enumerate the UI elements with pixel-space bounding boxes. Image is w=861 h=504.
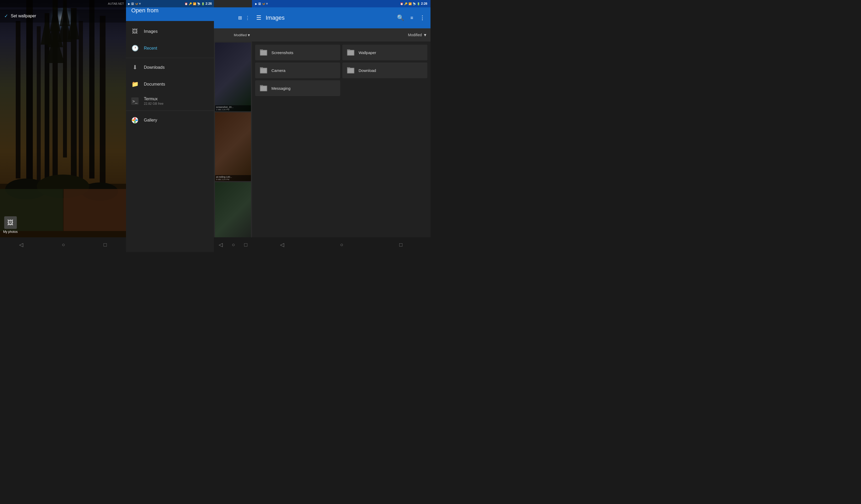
- folder-wallpaper[interactable]: Wallpaper: [342, 45, 427, 60]
- svg-rect-11: [100, 16, 106, 184]
- my-photos-icon: 🖼: [4, 216, 17, 229]
- panel2-nav-bar: ◁ ○ □: [214, 237, 252, 252]
- panel1-nav-bar: ◁ ○ □: [0, 237, 126, 252]
- folder-camera[interactable]: Camera: [255, 63, 340, 78]
- p3-v-icon: V: [266, 2, 268, 5]
- folder-icon-camera: [259, 66, 268, 74]
- p3-status-time: 2:26: [421, 2, 427, 5]
- folder-icon-messaging: [259, 84, 268, 92]
- drawer-item-images-label: Images: [144, 29, 158, 34]
- home-button-p1[interactable]: ○: [62, 242, 65, 248]
- folder-icon-drawer: 📁: [131, 81, 139, 88]
- home-button-p2[interactable]: ○: [232, 242, 235, 248]
- svg-rect-40: [260, 85, 263, 86]
- svg-rect-39: [260, 86, 267, 91]
- folder-screenshots[interactable]: Screenshots: [255, 45, 340, 60]
- svg-rect-9: [89, 0, 95, 178]
- drawer-item-recent-label: Recent: [144, 46, 157, 51]
- drawer-menu: 🖼 Images 🕐 Recent ⬇ Downloads 📁 Document…: [126, 21, 214, 252]
- more-icon-bg: ⋮: [245, 15, 250, 21]
- folder-name-screenshots: Screenshots: [271, 51, 293, 55]
- thumb-info-1: 1 MB 2:26 PM: [216, 108, 250, 111]
- battery-icon: 🔋: [201, 2, 204, 5]
- open-from-drawer: ▶ 🖼 🦋 V ⏰ 🔑 📶 📡 🔋 2:26 Open from 🖼: [126, 0, 214, 252]
- folder-name-wallpaper: Wallpaper: [358, 51, 376, 55]
- status-time-p2: 2:26: [206, 2, 212, 5]
- panel3-status-left: ▶ 🖼 🦋 V: [255, 2, 268, 5]
- p3-media-icon: ▶: [255, 2, 257, 5]
- folder-name-download: Download: [358, 68, 376, 73]
- svg-rect-36: [347, 68, 354, 73]
- folder-icon-screenshots: [259, 48, 268, 57]
- svg-rect-37: [347, 67, 350, 68]
- drawer-item-gallery-label: Gallery: [144, 118, 157, 123]
- set-wallpaper-button[interactable]: ✓ Set wallpaper: [0, 10, 126, 23]
- svg-rect-10: [16, 21, 20, 178]
- drawer-item-recent[interactable]: 🕐 Recent: [126, 40, 214, 57]
- chevron-down-icon-p3[interactable]: ▾: [424, 32, 426, 38]
- drawer-divider-2: [126, 110, 214, 111]
- drawer-background-content: ⊞ ⋮ Modified ▾ screenshot_20... 1 MB 2:2…: [214, 0, 252, 252]
- svg-rect-33: [260, 68, 267, 73]
- search-icon[interactable]: 🔍: [396, 13, 405, 22]
- bg-thumbnail-1: screenshot_20... 1 MB 2:26 PM: [215, 42, 251, 111]
- thumb-name-2: at-reding-140...: [216, 176, 250, 178]
- images-sort-bar: Modified ▾: [252, 28, 430, 41]
- drawer-item-documents[interactable]: 📁 Documents: [126, 76, 214, 93]
- panel2-status-bar: ▶ 🖼 🦋 V ⏰ 🔑 📶 📡 🔋 2:26: [126, 0, 214, 8]
- p3-alarm-icon: ⏰: [400, 2, 403, 5]
- back-button-p3[interactable]: ◁: [280, 242, 284, 248]
- drawer-item-termux-sub: 22.82 GB free: [144, 102, 164, 106]
- thumb-info-2: 9 MB 2:24 PM: [216, 178, 250, 181]
- folder-messaging[interactable]: Messaging: [255, 80, 340, 96]
- drawer-item-images[interactable]: 🖼 Images: [126, 23, 214, 40]
- svg-rect-24: [64, 189, 126, 231]
- drawer-item-termux[interactable]: >_ Termux 22.82 GB free: [126, 93, 214, 109]
- folder-name-messaging: Messaging: [271, 86, 290, 91]
- svg-rect-7: [79, 21, 83, 184]
- chevron-down-icon-bg: ▾: [248, 32, 250, 38]
- recents-button-p1[interactable]: □: [104, 242, 107, 248]
- p3-signal-icon: 📡: [413, 2, 416, 5]
- sort-label-bg: Modified: [234, 33, 247, 37]
- checkmark-icon: ✓: [4, 13, 8, 19]
- panel3-nav-bar: ◁ ○ □: [252, 237, 430, 252]
- thumb-name-1: screenshot_20...: [216, 106, 250, 108]
- drawer-item-gallery[interactable]: Gallery: [126, 112, 214, 128]
- panel-wallpaper: AUTAB.NET ✓ Set wallpaper 🖼 My photos ◁ …: [0, 0, 126, 252]
- panel-images: ▶ 🖼 🦋 V ⏰ 🔑 📶 📡 🔋 2:26 ☰ Images 🔍 ≡ ⋮: [252, 0, 430, 252]
- svg-rect-30: [347, 51, 354, 55]
- folder-download[interactable]: Download: [342, 63, 427, 78]
- svg-rect-31: [347, 49, 350, 51]
- drawer-bg-sort-bar: Modified ▾: [214, 28, 252, 41]
- back-button-p1[interactable]: ◁: [19, 242, 23, 248]
- hamburger-icon[interactable]: ☰: [256, 14, 261, 21]
- panel3-status-right: ⏰ 🔑 📶 📡 🔋 2:26: [400, 2, 427, 5]
- site-label: AUTAB.NET: [108, 2, 124, 5]
- drawer-item-downloads[interactable]: ⬇ Downloads: [126, 59, 214, 76]
- back-button-p2[interactable]: ◁: [219, 242, 223, 248]
- drawer-item-documents-label: Documents: [144, 82, 165, 87]
- folder-name-camera: Camera: [271, 68, 285, 73]
- drawer-title: Open from: [131, 7, 159, 14]
- more-options-icon[interactable]: ⋮: [419, 13, 426, 22]
- p3-butterfly-icon: 🦋: [262, 2, 265, 5]
- my-photos-label: My photos: [3, 230, 17, 234]
- key-icon: 🔑: [189, 2, 192, 5]
- home-button-p3[interactable]: ○: [340, 242, 343, 248]
- my-photos-button[interactable]: 🖼 My photos: [3, 216, 17, 234]
- termux-content: Termux 22.82 GB free: [144, 97, 164, 106]
- drawer-bg-header: ⊞ ⋮: [214, 8, 252, 28]
- folder-icon-download: [346, 66, 355, 74]
- recents-button-p3[interactable]: □: [399, 242, 402, 248]
- gallery-icon: [131, 117, 139, 124]
- list-view-icon[interactable]: ≡: [409, 14, 414, 22]
- alarm-icon: ⏰: [184, 2, 188, 5]
- butterfly-icon: 🦋: [135, 2, 138, 5]
- svg-rect-8: [26, 0, 33, 184]
- recents-button-p2[interactable]: □: [244, 242, 247, 248]
- wifi-icon: 📶: [193, 2, 196, 5]
- drawer-item-downloads-label: Downloads: [144, 65, 165, 70]
- set-wallpaper-label: Set wallpaper: [11, 14, 36, 18]
- folder-icon-wallpaper: [346, 48, 355, 57]
